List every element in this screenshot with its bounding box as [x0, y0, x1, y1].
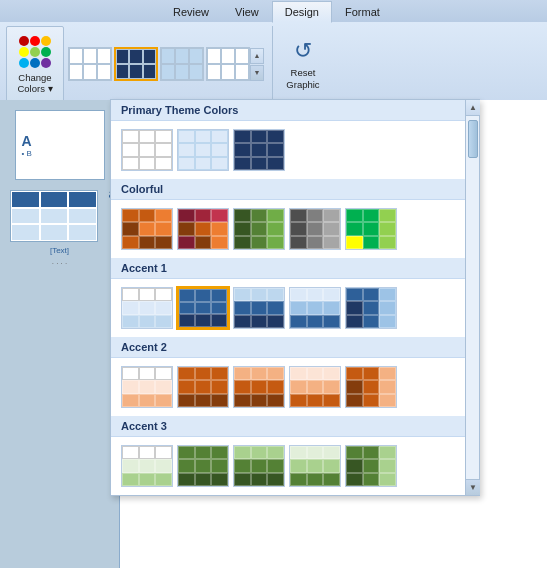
colorful-swatch-3[interactable]	[233, 208, 285, 250]
slide-thumbnail[interactable]: A • B	[15, 110, 105, 180]
accent3-swatch-2[interactable]	[177, 445, 229, 487]
colorful-swatch-5[interactable]	[345, 208, 397, 250]
tab-view[interactable]: View	[222, 0, 272, 22]
dropdown-panel: Primary Theme Colors	[110, 99, 480, 496]
accent1-swatches-row	[111, 279, 479, 337]
accent3-swatches-row	[111, 437, 479, 495]
accent2-swatches-row	[111, 358, 479, 416]
scrollbar-up-btn[interactable]: ▲	[466, 100, 480, 116]
swatch-scroll-arrows: ▲ ▼	[250, 48, 264, 81]
accent1-swatch-4[interactable]	[289, 287, 341, 329]
primary-swatches-row	[111, 121, 479, 179]
ribbon-content: ChangeColors ▾	[0, 22, 547, 106]
accent2-swatch-1[interactable]	[121, 366, 173, 408]
reset-graphic-label: Reset Graphic	[280, 67, 326, 90]
table-swatch-light[interactable]	[160, 47, 204, 81]
accent1-swatch-5[interactable]	[345, 287, 397, 329]
change-colors-button[interactable]: ChangeColors ▾	[6, 26, 64, 102]
accent3-swatch-1[interactable]	[121, 445, 173, 487]
scrollbar-down-btn[interactable]: ▼	[466, 479, 480, 495]
table-style-swatches	[68, 47, 250, 81]
reset-graphic-button[interactable]: ↺ Reset Graphic	[277, 26, 329, 102]
accent2-swatch-5[interactable]	[345, 366, 397, 408]
accent3-swatch-4[interactable]	[289, 445, 341, 487]
ribbon-tabs: Review View Design Format	[0, 0, 547, 22]
section-header-accent2: Accent 2	[111, 337, 479, 358]
tab-review[interactable]: Review	[160, 0, 222, 22]
ribbon: Review View Design Format ChangeColors ▾	[0, 0, 547, 100]
accent2-swatch-3[interactable]	[233, 366, 285, 408]
accent1-swatch-3[interactable]	[233, 287, 285, 329]
colorful-swatch-1[interactable]	[121, 208, 173, 250]
scrollbar-thumb	[468, 120, 478, 158]
colorful-swatch-2[interactable]	[177, 208, 229, 250]
change-colors-label: ChangeColors ▾	[17, 72, 52, 95]
accent3-swatch-3[interactable]	[233, 445, 285, 487]
accent2-swatch-4[interactable]	[289, 366, 341, 408]
tab-design[interactable]: Design	[272, 1, 332, 23]
section-header-accent1: Accent 1	[111, 258, 479, 279]
accent3-swatch-5[interactable]	[345, 445, 397, 487]
colorful-swatches-row	[111, 200, 479, 258]
section-header-colorful: Colorful	[111, 179, 479, 200]
tab-format[interactable]: Format	[332, 0, 393, 22]
scroll-down-arrow[interactable]: ▼	[250, 65, 264, 81]
slide-panel: A • B [Text] · · · ·	[0, 100, 120, 568]
accent2-swatch-2[interactable]	[177, 366, 229, 408]
section-header-accent3: Accent 3	[111, 416, 479, 437]
table-swatch-plain[interactable]	[68, 47, 112, 81]
primary-swatch-2[interactable]	[177, 129, 229, 171]
colorful-swatch-4[interactable]	[289, 208, 341, 250]
table-swatch-plain2[interactable]	[206, 47, 250, 81]
accent1-swatch-1[interactable]	[121, 287, 173, 329]
section-header-primary: Primary Theme Colors	[111, 100, 479, 121]
primary-swatch-1[interactable]	[121, 129, 173, 171]
scroll-up-arrow[interactable]: ▲	[250, 48, 264, 64]
dropdown-scrollbar[interactable]: ▲ ▼	[465, 100, 479, 495]
table-swatch-active[interactable]	[114, 47, 158, 81]
primary-swatch-3[interactable]	[233, 129, 285, 171]
reset-icon: ↺	[294, 38, 312, 64]
accent1-swatch-2-selected[interactable]	[177, 287, 229, 329]
color-circles-icon	[19, 36, 51, 68]
